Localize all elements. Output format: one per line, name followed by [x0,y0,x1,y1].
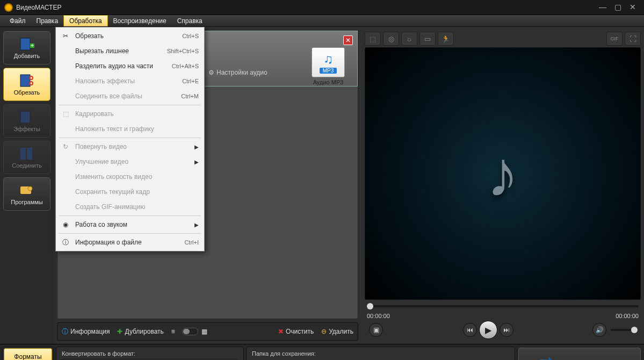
svg-rect-6 [20,111,30,123]
preview-text-button[interactable]: ▭ [419,32,436,46]
menu-item-icon [59,156,72,167]
svg-point-5 [30,82,33,85]
save-title: Папка для сохранения: [252,350,509,357]
preview-snapshot-button[interactable]: ◎ [383,32,399,46]
menu-processing[interactable]: Обработка [63,15,108,26]
menu-item: Соединить все файлыCtrl+M [57,89,203,104]
menu-item-icon: ⓘ [59,237,72,248]
menu-item-icon: ⬚ [59,109,72,119]
menu-item: Изменить скорость видео [57,169,203,184]
gear-icon: ⚙ [208,69,214,76]
close-button[interactable]: ✕ [626,3,640,12]
x-icon: ✖ [278,328,284,335]
menu-item: Наложить текст и графику [57,121,203,136]
footer-tabs: Форматы Устройства Сайты [2,347,54,360]
volume-button[interactable]: 🔊 [592,323,606,337]
menu-item: ↻Повернуть видео▶ [57,139,203,154]
sidebar-join[interactable]: Соединить [3,141,50,174]
next-button[interactable]: ⏭ [500,323,513,337]
svg-point-4 [30,76,33,80]
sidebar: +Добавить Обрезать Эффекты Соединить Про… [0,27,54,344]
view-list-icon[interactable]: ≡ [171,328,179,335]
info-icon: ⓘ [62,327,68,336]
svg-rect-3 [20,75,30,87]
preview-brightness-button[interactable]: ☼ [401,32,417,46]
sidebar-add[interactable]: +Добавить [3,31,50,64]
time-total: 00:00:00 [616,313,639,319]
preview-canvas: ♪ [365,47,641,300]
view-grid-icon[interactable]: ▦ [201,328,209,335]
svg-rect-7 [20,148,26,160]
menu-playback[interactable]: Воспроизведение [108,15,172,26]
film-cut-icon [19,73,35,88]
file-format-card[interactable]: ♫MP3 Аудио MP3 [308,47,349,85]
prev-button[interactable]: ⏮ [463,323,477,337]
minimize-button[interactable]: — [596,3,610,12]
menubar: Файл Правка Обработка Воспроизведение Сп… [0,15,644,27]
menu-file[interactable]: Файл [4,15,31,26]
menu-item[interactable]: ✂ОбрезатьCtrl+S [57,28,203,44]
menu-item-icon [59,46,72,56]
processing-menu-dropdown: ✂ОбрезатьCtrl+SВырезать лишнееShift+Ctrl… [55,27,205,251]
menu-item[interactable]: ◉Работа со звуком▶ [57,217,203,232]
sidebar-effects[interactable]: Эффекты [3,104,50,138]
file-remove-button[interactable]: ✕ [343,35,353,45]
sidebar-trim[interactable]: Обрезать [3,68,50,101]
delete-button[interactable]: ⊖Удалить [321,328,353,335]
preview-crop-button[interactable]: ⬚ [365,32,381,46]
duplicate-button[interactable]: ✚Дублировать [117,328,163,335]
time-current: 00:00:00 [367,313,390,319]
menu-item: Сохранить текущий кадр [57,184,203,199]
chevron-right-icon: ▶ [194,222,199,228]
arrow-icon [540,357,555,361]
menu-item-icon [59,124,72,134]
audio-settings-link[interactable]: ⚙Настройки аудио [208,69,267,76]
clear-button[interactable]: ✖Очистить [278,328,314,335]
menu-edit[interactable]: Правка [31,15,64,26]
play-button[interactable]: ▶ [479,321,497,339]
music-note-icon: ♫ [323,52,333,67]
convert-button[interactable]: Конвертировать [518,348,641,360]
format-title: Конвертировать в формат: [62,350,238,357]
plus-icon: ✚ [117,328,122,335]
maximize-button[interactable]: ▢ [611,3,625,12]
svg-point-10 [28,186,32,191]
view-toggle[interactable] [182,328,198,335]
info-button[interactable]: ⓘИнформация [62,327,110,336]
chevron-right-icon: ▶ [194,159,199,165]
screenshot-button[interactable]: ▣ [369,323,383,337]
preview-speed-button[interactable]: 🏃 [438,32,454,46]
preview-gif-button[interactable]: GIF [606,32,623,46]
menu-item-icon [59,91,72,102]
effects-icon [19,110,35,125]
join-icon [19,146,35,161]
preview-fullscreen-button[interactable]: ⛶ [625,32,641,46]
menu-help[interactable]: Справка [172,15,208,26]
preview-pane: ⬚ ◎ ☼ ▭ 🏃 GIF ⛶ ♪ 00:00:0000:00:00 ▣ ⏮ ▶… [361,27,644,344]
app-icon [4,3,13,12]
volume-slider[interactable] [611,329,638,331]
svg-rect-0 [20,38,30,50]
menu-item[interactable]: Разделить аудио на частиCtrl+Alt+S [57,59,203,74]
music-note-icon: ♪ [487,136,519,211]
menu-item-icon: ↻ [59,141,72,152]
window-title: ВидеоМАСТЕР [16,4,595,11]
menu-item: Наложить эффектыCtrl+E [57,74,203,89]
menu-item: ⬚Кадрировать [57,106,203,121]
tab-formats[interactable]: Форматы [4,348,52,360]
minus-icon: ⊖ [321,328,327,335]
menu-item: Создать GIF-анимацию [57,199,203,214]
menu-item-icon [59,186,72,197]
menu-item-icon [59,61,72,71]
key-icon [19,183,35,198]
menu-item[interactable]: Вырезать лишнееShift+Ctrl+S [57,44,203,59]
sidebar-programs[interactable]: Программы [3,177,50,211]
seek-slider[interactable] [365,300,641,313]
menu-item[interactable]: ⓘИнформация о файлеCtrl+I [57,235,203,250]
svg-text:+: + [31,42,34,48]
chevron-right-icon: ▶ [194,144,199,150]
file-actions-bar: ⓘИнформация ✚Дублировать ≡ ▦ ✖Очистить ⊖… [57,322,358,341]
menu-item-icon: ◉ [59,219,72,230]
svg-rect-8 [27,148,32,160]
menu-item-icon [59,201,72,212]
